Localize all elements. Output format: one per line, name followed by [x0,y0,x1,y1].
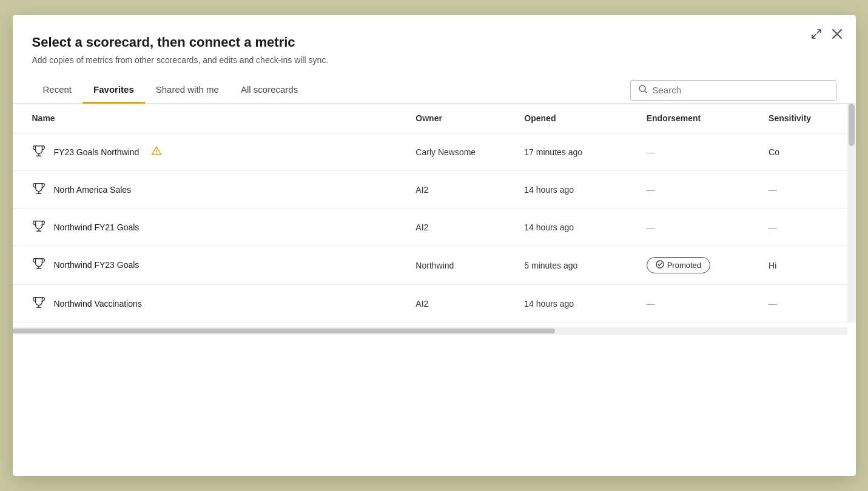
dialog-action-buttons[interactable] [810,27,844,41]
tab-recent[interactable]: Recent [32,77,83,104]
name-cell-inner: Northwind FY21 Goals [32,219,140,235]
table-area: Name Owner Opened Endorsement Sensitivit… [13,104,856,322]
cell-endorsement: — [637,285,759,322]
tab-shared[interactable]: Shared with me [145,77,230,104]
table-row[interactable]: Northwind VaccinationsAI214 hours ago—— [13,285,847,322]
row-name: Northwind FY21 Goals [54,222,140,232]
col-header-name: Name [13,104,406,133]
dialog-title: Select a scorecard, then connect a metri… [32,35,836,50]
table-row[interactable]: FY23 Goals Northwind Carly Newsome17 min… [13,133,847,171]
warning-icon [151,145,162,159]
cell-endorsement: — [637,209,759,246]
cell-opened: 14 hours ago [514,209,636,246]
cell-sensitivity: — [759,209,847,246]
col-header-opened: Opened [514,104,636,133]
trophy-icon [32,296,45,311]
cell-name: Northwind FY23 Goals [13,246,406,283]
horizontal-scrollbar-thumb[interactable] [13,329,555,333]
tabs-search-row: Recent Favorites Shared with me All scor… [13,77,856,104]
cell-owner: AI2 [406,285,514,322]
row-name: FY23 Goals Northwind [54,147,140,157]
trophy-icon [32,219,45,235]
sensitivity-value: Hi [769,261,776,270]
cell-endorsement: — [637,133,759,171]
table-scroll: Name Owner Opened Endorsement Sensitivit… [13,104,847,322]
search-icon [638,84,648,96]
cell-owner: AI2 [406,209,514,246]
cell-name: Northwind Vaccinations [13,285,406,322]
endorsement-value: — [647,222,655,232]
col-header-sensitivity: Sensitivity [759,104,847,133]
trophy-icon [32,257,45,272]
tab-all-scorecards[interactable]: All scorecards [230,77,309,104]
close-icon[interactable] [830,27,844,41]
search-input[interactable] [653,85,829,95]
vertical-scrollbar-thumb[interactable] [849,104,855,146]
svg-point-2 [656,261,664,268]
promoted-badge: Promoted [647,257,710,273]
cell-name: North America Sales [13,171,406,208]
sensitivity-value: — [769,299,777,309]
cell-sensitivity: — [759,285,847,322]
trophy-icon [32,144,45,159]
cell-opened: 5 minutes ago [514,246,636,285]
trophy-icon [32,182,45,197]
cell-sensitivity: — [759,171,847,209]
cell-name: FY23 Goals Northwind [13,133,406,170]
scorecard-dialog: Select a scorecard, then connect a metri… [13,15,856,476]
row-name: North America Sales [54,185,132,195]
table-row[interactable]: Northwind FY23 GoalsNorthwind5 minutes a… [13,246,847,285]
horizontal-scrollbar[interactable] [13,327,847,335]
col-header-owner: Owner [406,104,514,133]
vertical-scrollbar[interactable] [847,104,856,322]
row-name: Northwind FY23 Goals [54,260,140,270]
sensitivity-value: Co [769,147,779,157]
tab-favorites[interactable]: Favorites [82,77,145,104]
table-row[interactable]: North America SalesAI214 hours ago—— [13,171,847,209]
dialog-header: Select a scorecard, then connect a metri… [13,35,856,65]
tab-list: Recent Favorites Shared with me All scor… [32,77,309,103]
endorsement-value: — [647,185,655,195]
name-cell-inner: North America Sales [32,182,132,197]
svg-point-1 [156,153,158,154]
cell-sensitivity: Hi [759,246,847,285]
dialog-subtitle: Add copies of metrics from other scoreca… [32,55,836,65]
cell-endorsement: Promoted [637,246,759,285]
sensitivity-value: — [769,222,777,232]
endorsement-value: — [647,299,655,309]
row-name: Northwind Vaccinations [54,299,142,309]
table-row[interactable]: Northwind FY21 GoalsAI214 hours ago—— [13,209,847,246]
name-cell-inner: Northwind FY23 Goals [32,257,140,272]
name-cell-inner: Northwind Vaccinations [32,296,142,311]
col-header-endorsement: Endorsement [637,104,759,133]
cell-opened: 17 minutes ago [514,133,636,171]
horizontal-scrollbar-area [13,327,856,335]
cell-name: Northwind FY21 Goals [13,209,406,246]
cell-opened: 14 hours ago [514,171,636,209]
endorsement-value: — [647,147,655,157]
name-cell-inner: FY23 Goals Northwind [32,144,163,159]
cell-owner: Northwind [406,246,514,285]
cell-opened: 14 hours ago [514,285,636,322]
sensitivity-value: — [769,185,777,195]
cell-endorsement: — [637,171,759,209]
cell-owner: AI2 [406,171,514,209]
cell-sensitivity: Co [759,133,847,171]
expand-icon[interactable] [810,27,823,41]
cell-owner: Carly Newsome [406,133,514,171]
table-header-row: Name Owner Opened Endorsement Sensitivit… [13,104,847,133]
checkmark-icon [656,260,664,270]
scorecards-table: Name Owner Opened Endorsement Sensitivit… [13,104,847,322]
search-box[interactable] [630,80,836,101]
